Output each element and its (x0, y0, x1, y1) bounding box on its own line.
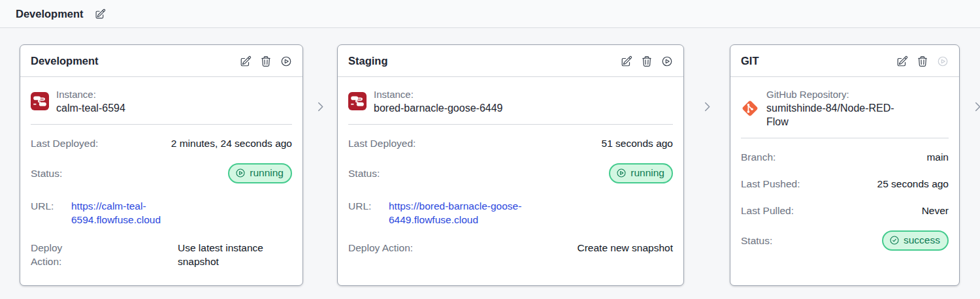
trash-icon (917, 55, 928, 67)
play-circle-icon (280, 55, 292, 67)
play-circle-icon (616, 168, 627, 178)
branch-value: main (926, 150, 949, 164)
url-row: URL: https://calm-teal-6594.flowfuse.clo… (31, 199, 292, 227)
status-row: Status: running (31, 163, 292, 183)
stage-card-staging: Staging Instance: bored-barnacle-goose-6… (337, 44, 684, 286)
stage-card-development: Development Instance: calm-teal-6594 Las… (20, 44, 303, 286)
last-pushed-label: Last Pushed: (741, 177, 800, 191)
stage-title: Staging (348, 55, 388, 67)
divider (31, 124, 292, 125)
chevron-right-icon (314, 101, 327, 113)
last-deployed-label: Last Deployed: (348, 136, 416, 150)
stage-title: Development (31, 55, 99, 67)
status-label: Status: (31, 166, 62, 180)
delete-stage-button[interactable] (917, 55, 928, 67)
stage-connector (684, 44, 730, 299)
last-deployed-row: Last Deployed: 2 minutes, 24 seconds ago (31, 136, 292, 150)
last-pulled-row: Last Pulled: Never (741, 204, 949, 217)
last-deployed-value: 2 minutes, 24 seconds ago (171, 136, 292, 150)
edit-stage-button[interactable] (240, 55, 252, 67)
status-badge-text: running (630, 166, 664, 180)
run-stage-button[interactable] (661, 55, 673, 67)
url-row: URL: https://bored-barnacle-goose-6449.f… (348, 199, 673, 227)
page-header: Development (0, 0, 980, 28)
deploy-action-label: Deploy Action: (348, 241, 413, 255)
stage-header: Staging (338, 45, 683, 77)
last-deployed-row: Last Deployed: 51 seconds ago (348, 136, 673, 150)
play-circle-icon (661, 55, 673, 67)
divider (348, 124, 673, 125)
stage-card-git: GIT GitHub Repository: sumitshinde-84/No… (730, 44, 960, 286)
status-row: Status: success (741, 230, 949, 251)
last-pulled-value: Never (922, 204, 949, 217)
node-red-icon (31, 92, 49, 110)
stage-body: GitHub Repository: sumitshinde-84/Node-R… (730, 77, 959, 261)
delete-stage-button[interactable] (260, 55, 272, 67)
divider (741, 138, 949, 138)
run-stage-button-disabled (937, 55, 949, 67)
stage-header: Development (20, 45, 302, 77)
play-circle-icon (937, 55, 949, 67)
stage-actions (621, 55, 673, 67)
delete-stage-button[interactable] (641, 55, 653, 67)
node-red-icon (348, 92, 367, 110)
git-icon (741, 99, 759, 118)
instance-name: bored-barnacle-goose-6449 (374, 101, 502, 115)
edit-icon (621, 55, 632, 67)
last-pushed-value: 25 seconds ago (877, 177, 949, 191)
repository-block: GitHub Repository: sumitshinde-84/Node-R… (741, 87, 949, 129)
branch-row: Branch: main (741, 150, 949, 164)
instance-url-link[interactable]: https://calm-teal-6594.flowfuse.cloud (71, 199, 174, 227)
last-pushed-row: Last Pushed: 25 seconds ago (741, 177, 949, 191)
url-label: URL: (348, 199, 381, 213)
branch-label: Branch: (741, 150, 776, 164)
trash-icon (641, 55, 653, 67)
repository-name: sumitshinde-84/Node-RED-Flow (766, 101, 900, 129)
status-label: Status: (741, 234, 772, 247)
edit-stage-button[interactable] (896, 55, 908, 67)
edit-pipeline-button[interactable] (95, 8, 106, 20)
deploy-action-row: Deploy Action: Use latest instance snaps… (31, 241, 292, 268)
status-badge-text: running (250, 166, 284, 180)
deploy-action-label: Deploy Action: (31, 241, 91, 268)
stage-body: Instance: bored-barnacle-goose-6449 Last… (338, 77, 683, 265)
stage-connector (960, 44, 980, 299)
stage-connector (303, 44, 337, 299)
status-row: Status: running (348, 163, 673, 183)
play-circle-icon (235, 168, 246, 178)
instance-name: calm-teal-6594 (56, 101, 125, 115)
deploy-action-value: Create new snapshot (578, 241, 673, 255)
instance-url-link[interactable]: https://bored-barnacle-goose-6449.flowfu… (389, 199, 547, 227)
repository-label: GitHub Repository: (766, 87, 900, 101)
edit-stage-button[interactable] (621, 55, 632, 67)
url-label: URL: (31, 199, 63, 213)
instance-label: Instance: (56, 87, 125, 101)
edit-icon (240, 55, 252, 67)
last-deployed-value: 51 seconds ago (602, 136, 673, 150)
status-badge-text: success (904, 234, 940, 247)
check-circle-icon (889, 235, 900, 245)
stage-actions (240, 55, 292, 67)
page-title: Development (16, 8, 84, 20)
status-badge: running (609, 163, 673, 183)
stage-title: GIT (741, 55, 759, 67)
edit-icon (95, 8, 106, 20)
pipeline-stages: Development Instance: calm-teal-6594 Las… (0, 28, 980, 299)
last-pulled-label: Last Pulled: (741, 204, 794, 217)
instance-block: Instance: bored-barnacle-goose-6449 (348, 87, 673, 115)
chevron-right-icon (701, 101, 713, 113)
instance-label: Instance: (374, 87, 502, 101)
status-badge: success (882, 230, 949, 251)
status-badge: running (228, 163, 292, 183)
run-stage-button[interactable] (280, 55, 292, 67)
edit-icon (896, 55, 908, 67)
stage-header: GIT (730, 45, 959, 77)
last-deployed-label: Last Deployed: (31, 136, 98, 150)
deploy-action-value: Use latest instance snapshot (178, 241, 292, 268)
stage-actions (896, 55, 949, 67)
instance-block: Instance: calm-teal-6594 (31, 87, 292, 115)
chevron-right-icon (972, 101, 980, 113)
deploy-action-row: Deploy Action: Create new snapshot (348, 241, 673, 255)
trash-icon (260, 55, 272, 67)
stage-body: Instance: calm-teal-6594 Last Deployed: … (20, 77, 302, 279)
